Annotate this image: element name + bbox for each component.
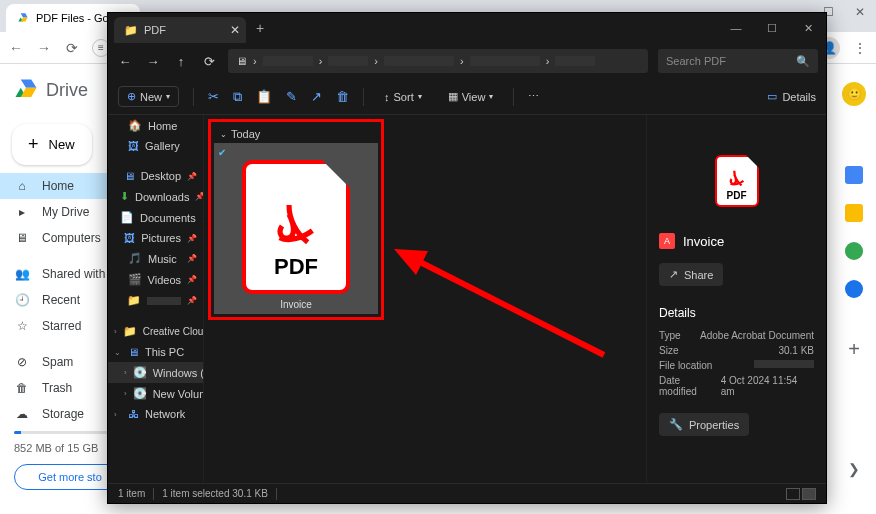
pdf-text-label: PDF xyxy=(274,254,318,280)
details-row-type: TypeAdobe Acrobat Document xyxy=(659,328,814,343)
pin-icon: 📌 xyxy=(187,234,197,243)
folder-icon: 📁 xyxy=(124,24,138,37)
drive-new-button[interactable]: + New xyxy=(12,124,92,165)
pin-icon: 📌 xyxy=(187,275,197,284)
explorer-content-area[interactable]: ⌄ Today ✔ PDF Invoice xyxy=(204,115,646,483)
drive-icon: 💽 xyxy=(133,387,147,400)
toolbar-view-button[interactable]: ▦ View ▾ xyxy=(442,87,500,106)
chrome-close-button[interactable]: ✕ xyxy=(844,0,876,24)
details-row-location: File location xyxy=(659,358,814,373)
toolbar-new-button[interactable]: ⊕ New ▾ xyxy=(118,86,179,107)
chevron-down-icon: ▾ xyxy=(489,92,493,101)
breadcrumb-segment-redacted xyxy=(263,56,313,66)
nav-item-new-volume-d[interactable]: ›💽New Volume (D:) xyxy=(108,383,203,404)
status-selected-info: 1 item selected 30.1 KB xyxy=(162,488,268,499)
explorer-address-bar[interactable]: 🖥 › › › › › xyxy=(228,49,648,73)
status-view-details-button[interactable] xyxy=(786,488,800,500)
chevron-down-icon: ⌄ xyxy=(220,130,227,139)
nav-item-downloads[interactable]: ⬇Downloads📌 xyxy=(108,186,203,207)
toolbar-delete-button[interactable]: 🗑 xyxy=(336,89,349,104)
details-row-modified: Date modified4 Oct 2024 11:54 am xyxy=(659,373,814,399)
breadcrumb-segment-redacted xyxy=(470,56,540,66)
pdf-badge-icon: A xyxy=(659,233,675,249)
nav-item-desktop[interactable]: 🖥Desktop📌 xyxy=(108,166,203,186)
details-preview: PDF xyxy=(659,155,814,207)
toolbar-sort-button[interactable]: ↕ Sort ▾ xyxy=(378,88,428,106)
nav-item-gallery[interactable]: 🖼Gallery xyxy=(108,136,203,156)
network-icon: 🖧 xyxy=(128,408,139,420)
explorer-tab-title: PDF xyxy=(144,24,166,36)
details-share-button[interactable]: ↗ Share xyxy=(659,263,723,286)
breadcrumb-sep-icon: › xyxy=(319,55,323,67)
keep-icon[interactable] xyxy=(845,204,863,222)
explorer-tab-close-button[interactable]: ✕ xyxy=(230,23,240,37)
annotation-highlight-box: ⌄ Today ✔ PDF Invoice xyxy=(208,119,384,320)
contacts-icon[interactable] xyxy=(845,280,863,298)
nav-item-pinned-redacted[interactable]: 📁📌 xyxy=(108,290,203,311)
toolbar-details-button[interactable]: ▭ Details xyxy=(767,90,816,103)
downloads-icon: ⬇ xyxy=(120,190,129,203)
monitor-icon: 🖥 xyxy=(236,55,247,67)
nav-item-windows-c[interactable]: ›💽Windows (C:) xyxy=(108,362,203,383)
nav-item-thispc[interactable]: ⌄🖥This PC xyxy=(108,342,203,362)
tasks-icon[interactable] xyxy=(845,242,863,260)
spam-icon: ⊘ xyxy=(14,355,30,369)
explorer-up-button[interactable]: ↑ xyxy=(172,54,190,69)
content-group-header[interactable]: ⌄ Today xyxy=(214,125,378,143)
music-icon: 🎵 xyxy=(128,252,142,265)
toolbar-copy-button[interactable]: ⧉ xyxy=(233,89,242,105)
side-panel-add-button[interactable]: + xyxy=(848,338,860,361)
adobe-swirl-icon xyxy=(268,198,324,254)
toolbar-share-button[interactable]: ↗ xyxy=(311,89,322,104)
google-account-avatar[interactable]: 🙂 xyxy=(842,82,866,106)
details-pane-icon: ▭ xyxy=(767,90,777,103)
gallery-icon: 🖼 xyxy=(128,140,139,152)
toolbar-paste-button[interactable]: 📋 xyxy=(256,89,272,104)
nav-item-ccf[interactable]: ›📁Creative Cloud Files xyxy=(108,321,203,342)
file-item-invoice[interactable]: ✔ PDF Invoice xyxy=(214,143,378,314)
toolbar-more-button[interactable]: ⋯ xyxy=(528,90,539,103)
status-view-thumbnails-button[interactable] xyxy=(802,488,816,500)
details-properties-button[interactable]: 🔧 Properties xyxy=(659,413,749,436)
explorer-search-input[interactable]: Search PDF 🔍 xyxy=(658,49,818,73)
side-panel-collapse-button[interactable]: ❯ xyxy=(848,461,860,477)
explorer-title-bar: 📁 PDF ✕ + — ☐ ✕ xyxy=(108,13,826,43)
explorer-forward-button[interactable]: → xyxy=(144,54,162,69)
explorer-back-button[interactable]: ← xyxy=(116,54,134,69)
nav-item-videos[interactable]: 🎬Videos📌 xyxy=(108,269,203,290)
annotation-arrow-icon xyxy=(394,245,614,365)
toolbar-cut-button[interactable]: ✂ xyxy=(208,89,219,104)
drive-logo-text: Drive xyxy=(46,80,88,101)
chrome-reload-button[interactable]: ⟳ xyxy=(64,40,80,56)
explorer-tab[interactable]: 📁 PDF ✕ xyxy=(114,17,246,43)
explorer-toolbar: ⊕ New ▾ ✂ ⧉ 📋 ✎ ↗ 🗑 ↕ Sort ▾ ▦ View ▾ ⋯ … xyxy=(108,79,826,115)
explorer-close-button[interactable]: ✕ xyxy=(790,13,826,43)
nav-item-pictures[interactable]: 🖼Pictures📌 xyxy=(108,228,203,248)
details-file-name: A Invoice xyxy=(659,233,814,249)
explorer-minimize-button[interactable]: — xyxy=(718,13,754,43)
toolbar-rename-button[interactable]: ✎ xyxy=(286,89,297,104)
home-icon: ⌂ xyxy=(14,179,30,193)
pdf-file-icon: PDF xyxy=(242,160,350,294)
nav-item-home[interactable]: 🏠Home xyxy=(108,115,203,136)
chrome-menu-button[interactable]: ⋮ xyxy=(852,40,868,56)
explorer-new-tab-button[interactable]: + xyxy=(256,20,264,36)
breadcrumb-sep-icon: › xyxy=(374,55,378,67)
chrome-forward-button[interactable]: → xyxy=(36,40,52,56)
chrome-back-button[interactable]: ← xyxy=(8,40,24,56)
explorer-refresh-button[interactable]: ⟳ xyxy=(200,54,218,69)
desktop-icon: 🖥 xyxy=(124,170,135,182)
explorer-status-bar: 1 item 1 item selected 30.1 KB xyxy=(108,483,826,503)
details-section-title: Details xyxy=(659,306,814,320)
file-label: Invoice xyxy=(218,296,374,310)
nav-item-network[interactable]: ›🖧Network xyxy=(108,404,203,424)
nav-item-music[interactable]: 🎵Music📌 xyxy=(108,248,203,269)
storage-icon: ☁ xyxy=(14,407,30,421)
selection-check-icon[interactable]: ✔ xyxy=(218,147,374,158)
calendar-icon[interactable] xyxy=(845,166,863,184)
explorer-maximize-button[interactable]: ☐ xyxy=(754,13,790,43)
nav-item-documents[interactable]: 📄Documents📌 xyxy=(108,207,203,228)
explorer-nav-pane: 🏠Home 🖼Gallery 🖥Desktop📌 ⬇Downloads📌 📄Do… xyxy=(108,115,204,483)
recent-icon: 🕘 xyxy=(14,293,30,307)
status-item-count: 1 item xyxy=(118,488,145,499)
